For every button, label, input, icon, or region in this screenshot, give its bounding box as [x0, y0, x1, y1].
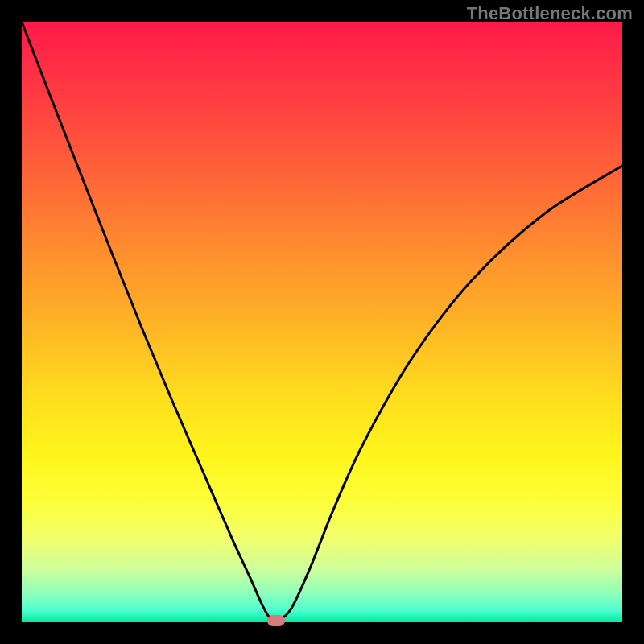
watermark-text: TheBottleneck.com — [467, 3, 633, 24]
plot-area — [22, 22, 622, 622]
bottleneck-curve — [22, 22, 622, 622]
optimum-marker — [267, 615, 285, 626]
chart-frame: TheBottleneck.com — [0, 0, 644, 644]
